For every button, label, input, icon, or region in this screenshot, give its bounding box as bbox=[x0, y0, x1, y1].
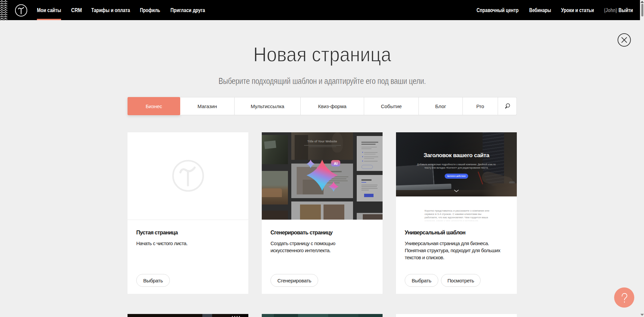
svg-text:AI: AI bbox=[334, 162, 338, 166]
